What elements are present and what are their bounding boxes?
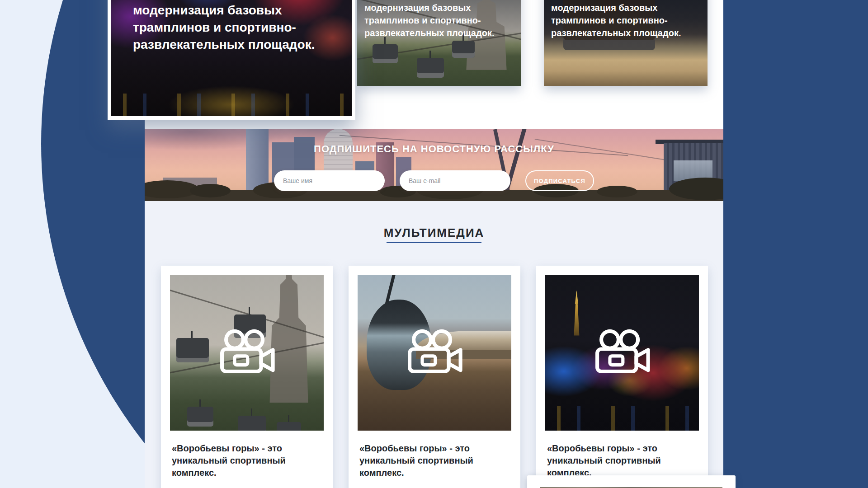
page: модернизация базовых трамплинов и спорти…	[0, 0, 868, 488]
video-card-caption: «Воробьевы горы» - это уникальный спорти…	[359, 442, 509, 479]
video-card-1[interactable]: «Воробьевы горы» - это уникальный спорти…	[161, 266, 333, 488]
video-card-caption: «Воробьевы горы» - это уникальный спорти…	[172, 442, 322, 479]
lit-spire-silhouette	[570, 291, 583, 336]
cable-cabin	[187, 407, 213, 427]
carousel-slide-2[interactable]: модернизация базовых трамплинов и спорти…	[357, 0, 521, 86]
carousel-slide-1-active[interactable]: модернизация базовых трамплинов и спорти…	[108, 0, 355, 120]
cable-cabin	[373, 44, 398, 63]
video-card-caption: «Воробьевы горы» - это уникальный спорти…	[547, 442, 697, 479]
water-reflections	[545, 406, 699, 431]
slide-caption: модернизация базовых трамплинов и спорти…	[133, 2, 336, 53]
cable-cabin	[176, 338, 209, 362]
newsletter-title: ПОДПИШИТЕСЬ НА НОВОСТНУЮ РАССЫЛКУ	[145, 143, 723, 155]
video-camera-icon[interactable]	[218, 328, 275, 374]
multimedia-cards-row: «Воробьевы горы» - это уникальный спорти…	[161, 266, 708, 488]
bottom-popup-card[interactable]	[527, 475, 736, 488]
newsletter-banner: ПОДПИШИТЕСЬ НА НОВОСТНУЮ РАССЫЛКУ ПОДПИС…	[145, 129, 723, 201]
title-underline	[387, 242, 481, 243]
video-thumbnail-cablecars	[170, 275, 324, 431]
video-thumbnail-night	[545, 275, 699, 431]
multimedia-section: МУЛЬТИМЕДИА	[145, 201, 723, 488]
carousel-slide-3[interactable]: модернизация базовых трамплинов и спорти…	[544, 0, 708, 86]
slide-caption: модернизация базовых трамплинов и спорти…	[551, 1, 696, 39]
cable-cabin	[238, 416, 266, 431]
video-camera-icon[interactable]	[406, 328, 463, 374]
video-camera-icon[interactable]	[594, 328, 651, 374]
cable-cabin	[452, 41, 475, 58]
subscribe-button[interactable]: ПОДПИСАТЬСЯ	[525, 170, 594, 191]
email-input[interactable]	[400, 170, 510, 191]
water-reflections	[111, 94, 352, 116]
cable-cabin	[417, 58, 444, 78]
slide-image-night-festival: модернизация базовых трамплинов и спорти…	[111, 0, 352, 116]
video-thumbnail-gondola	[358, 275, 511, 431]
video-card-3[interactable]: «Воробьевы горы» - это уникальный спорти…	[536, 266, 708, 488]
section-title: МУЛЬТИМЕДИА	[145, 226, 723, 240]
cable-cabin	[277, 422, 301, 431]
slide-caption: модернизация базовых трамплинов и спорти…	[364, 1, 509, 39]
newsletter-form: ПОДПИСАТЬСЯ	[145, 170, 723, 191]
video-card-2[interactable]: «Воробьевы горы» - это уникальный спорти…	[349, 266, 520, 488]
name-input[interactable]	[274, 170, 385, 191]
